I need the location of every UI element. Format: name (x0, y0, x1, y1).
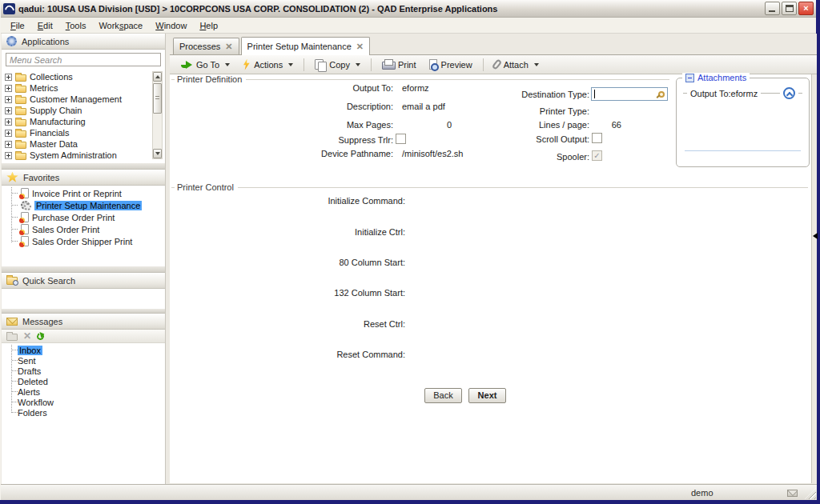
messages-folder-deleted[interactable]: Deleted (8, 376, 165, 386)
desktop: qadui: 10USA USA Division [USD] > 10CORP… (0, 0, 820, 504)
messages-folder-label: Folders (18, 408, 47, 418)
tab-close-icon[interactable]: ✕ (356, 42, 364, 51)
copy-button[interactable]: Copy (310, 58, 365, 72)
close-button[interactable]: × (798, 2, 814, 15)
sidebar-item-financials[interactable]: Financials (5, 127, 151, 138)
expand-icon[interactable] (5, 85, 12, 92)
scroll-down-icon[interactable] (153, 149, 162, 158)
menu-window[interactable]: Window (149, 19, 193, 32)
quick-search-panel-header[interactable]: Quick Search (2, 273, 165, 289)
folder-icon (15, 153, 26, 160)
folder-icon (15, 142, 26, 149)
open-folder-icon[interactable] (6, 334, 18, 341)
expand-icon[interactable] (5, 141, 12, 148)
favorites-panel-title: Favorites (23, 173, 59, 182)
sidebar-item-manufacturing[interactable]: Manufacturing (5, 116, 151, 127)
lines-per-page-value: 66 (597, 120, 621, 130)
messages-folder-folders[interactable]: Folders (8, 407, 165, 418)
status-envelope-icon[interactable] (787, 490, 798, 497)
chevron-down-icon[interactable] (288, 63, 293, 66)
lookup-magnifier-icon[interactable] (658, 91, 665, 98)
menu-edit[interactable]: Edit (31, 19, 59, 32)
destination-type-input[interactable] (591, 87, 668, 101)
gear-icon (6, 36, 17, 46)
sidebar-item-metrics[interactable]: Metrics (5, 82, 151, 94)
maximize-button[interactable] (782, 2, 797, 15)
spacer (2, 247, 165, 266)
go-to-button[interactable]: Go To (176, 58, 235, 71)
preview-button[interactable]: Preview (424, 58, 477, 71)
sidebar-item-master-data[interactable]: Master Data (5, 138, 151, 150)
collapse-chevron-up-icon[interactable] (783, 87, 795, 99)
lightning-icon (243, 59, 250, 70)
resize-grip[interactable] (805, 488, 816, 499)
title-bar[interactable]: qadui: 10USA USA Division [USD] > 10CORP… (1, 0, 816, 18)
scroll-up-icon[interactable] (153, 72, 162, 82)
expand-icon[interactable] (5, 118, 12, 126)
expand-icon[interactable] (5, 152, 12, 159)
copy-icon (315, 59, 325, 70)
favorites-panel-header[interactable]: Favorites (2, 170, 165, 186)
back-button[interactable]: Back (424, 388, 462, 403)
favorite-item-sales-order-shipper-print[interactable]: Sales Order Shipper Print (8, 235, 165, 247)
chevron-down-icon[interactable] (356, 63, 360, 66)
messages-folder-workflow[interactable]: Workflow (8, 397, 165, 407)
sidebar-item-system-administration[interactable]: System Administration (5, 150, 151, 161)
scrollbar-thumb[interactable] (153, 83, 162, 114)
menu-tools[interactable]: Tools (59, 19, 93, 32)
favorite-item-invoice-print-or-reprint[interactable]: Invoice Print or Reprint (8, 187, 165, 199)
delete-icon[interactable]: ✕ (23, 331, 31, 341)
panel-separator (2, 163, 165, 170)
tab-label: Processes (179, 42, 220, 51)
attachments-legend: Attachments (682, 73, 750, 82)
favorite-item-sales-order-print[interactable]: Sales Order Print (8, 223, 165, 235)
tree-item-label: Supply Chain (30, 106, 82, 115)
tree-item-label: Collections (30, 72, 73, 82)
messages-folder-label: Deleted (18, 377, 48, 386)
expand-icon[interactable] (5, 96, 12, 103)
app-logo-icon (3, 3, 15, 14)
messages-folder-inbox[interactable]: Inbox (8, 345, 165, 355)
expand-icon[interactable] (5, 107, 12, 114)
messages-folder-sent[interactable]: Sent (8, 355, 165, 366)
tab-processes[interactable]: Processes ✕ (173, 38, 239, 54)
sidebar-item-collections[interactable]: Collections (5, 71, 151, 82)
tab-close-icon[interactable]: ✕ (225, 42, 232, 51)
expand-icon[interactable] (5, 74, 12, 81)
expand-icon[interactable] (5, 130, 12, 137)
attachment-group-output-to-eformz[interactable]: Output To:eformz (683, 87, 802, 99)
splitter-collapse-left-icon[interactable] (813, 233, 818, 239)
collapse-minus-icon[interactable] (685, 74, 694, 82)
actions-button[interactable]: Actions (238, 58, 298, 72)
messages-folder-label: Sent (18, 356, 36, 366)
status-bar: demo (1, 484, 817, 500)
favorite-item-printer-setup-maintenance[interactable]: Printer Setup Maintenance (8, 199, 165, 211)
menu-search-input[interactable] (6, 53, 161, 66)
attach-button[interactable]: Attach (489, 58, 544, 71)
menu-file[interactable]: File (4, 19, 31, 32)
applications-tree-scrollbar[interactable] (152, 71, 163, 159)
applications-panel-header[interactable]: Applications (2, 34, 165, 50)
menu-search-wrap (2, 50, 165, 69)
next-button[interactable]: Next (468, 388, 506, 403)
favorite-item-purchase-order-print[interactable]: Purchase Order Print (8, 211, 165, 223)
messages-folder-alerts[interactable]: Alerts (8, 386, 165, 397)
menu-help[interactable]: Help (193, 19, 224, 32)
scroll-output-checkbox[interactable] (592, 133, 602, 143)
tree-item-label: Financials (30, 128, 70, 138)
minimize-button[interactable] (765, 2, 780, 15)
refresh-icon[interactable] (36, 331, 46, 341)
messages-folder-drafts[interactable]: Drafts (8, 366, 165, 376)
tree-item-label: Manufacturing (30, 117, 86, 126)
print-button[interactable]: Print (377, 58, 421, 71)
attachments-panel: Attachments Output To:eformz (676, 78, 810, 167)
chevron-down-icon[interactable] (534, 63, 539, 66)
messages-panel-header[interactable]: Messages (2, 314, 165, 330)
tab-printer-setup-maintenance[interactable]: Printer Setup Maintenance ✕ (241, 37, 370, 55)
menu-workspace[interactable]: Workspace (92, 19, 149, 32)
panel-separator (2, 266, 165, 273)
sidebar-item-supply-chain[interactable]: Supply Chain (5, 105, 151, 116)
spooler-checkbox[interactable]: ✓ (592, 150, 602, 161)
sidebar-item-customer-management[interactable]: Customer Management (5, 94, 151, 105)
chevron-down-icon[interactable] (225, 63, 230, 66)
